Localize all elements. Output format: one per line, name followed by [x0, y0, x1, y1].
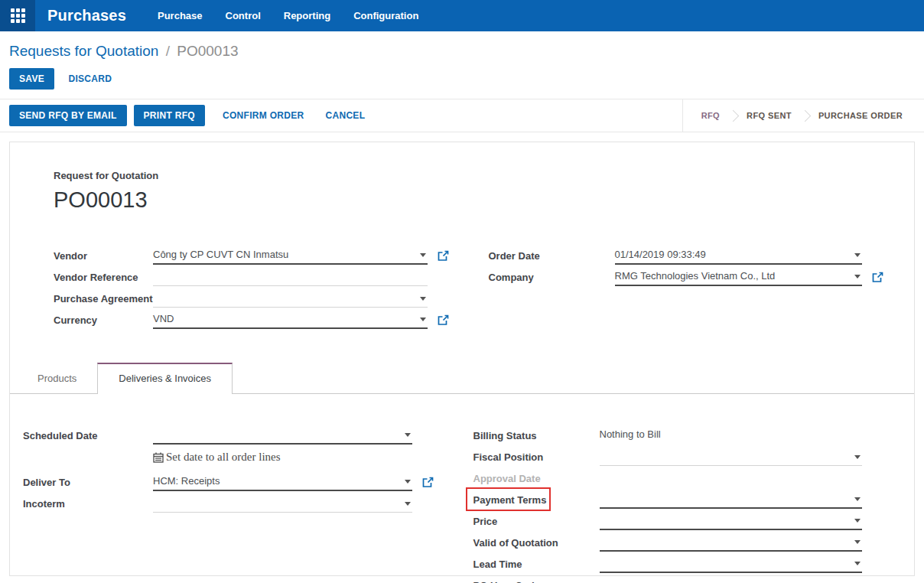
- breadcrumb-current: PO00013: [177, 43, 238, 59]
- caret-down-icon[interactable]: [420, 253, 426, 257]
- valid-of-quotation-label: Valid of Quotation: [473, 537, 600, 552]
- field-row-approval-date: Approval Date: [473, 466, 884, 487]
- company-label: Company: [489, 272, 615, 286]
- fiscal-position-input[interactable]: [600, 450, 863, 466]
- purchase-agreement-label: Purchase Agreement: [54, 293, 153, 308]
- vendor-reference-label: Vendor Reference: [54, 272, 153, 286]
- incoterm-label: Incoterm: [23, 498, 153, 513]
- deliver-to-value: HCM: Receipts: [153, 475, 220, 487]
- billing-status-label: Billing Status: [473, 430, 600, 445]
- field-row-deliver-to: Deliver To HCM: Receipts: [23, 470, 434, 491]
- payment-terms-label: Payment Terms: [473, 494, 600, 509]
- payment-terms-label-text: Payment Terms: [473, 494, 547, 506]
- status-rfq-sent[interactable]: RFQ SENT: [739, 111, 799, 120]
- field-row-billing-status: Billing Status Nothing to Bill: [473, 423, 884, 445]
- price-label: Price: [473, 516, 600, 530]
- caret-down-icon[interactable]: [854, 540, 861, 544]
- field-row-payment-terms: Payment Terms: [473, 487, 884, 509]
- tab-products[interactable]: Products: [17, 363, 97, 393]
- menu-configuration[interactable]: Configuration: [342, 10, 430, 21]
- action-bar: SEND RFQ BY EMAIL PRINT RFQ CONFIRM ORDE…: [0, 99, 924, 132]
- field-row-vendor: Vendor Công ty CP CUVT CN Inmatsu: [54, 243, 449, 265]
- payment-terms-input[interactable]: [600, 493, 863, 509]
- print-rfq-button[interactable]: PRINT RFQ: [134, 105, 205, 126]
- deliveries-invoices-panel: Scheduled Date: [10, 394, 914, 583]
- po-user-code-input[interactable]: [600, 578, 863, 583]
- menu-purchase[interactable]: Purchase: [146, 10, 214, 21]
- caret-down-icon[interactable]: [420, 318, 426, 321]
- currency-value: VND: [153, 313, 174, 324]
- status-purchase-order[interactable]: PURCHASE ORDER: [811, 111, 910, 120]
- control-panel: Requests for Quotation / PO00013 SAVE DI…: [0, 31, 924, 99]
- caret-down-icon[interactable]: [420, 297, 426, 301]
- chevron-right-icon: [799, 109, 812, 122]
- incoterm-input[interactable]: [153, 497, 412, 513]
- po-user-code-label: PO User Code: [473, 580, 600, 583]
- app-name[interactable]: Purchases: [35, 0, 146, 31]
- external-link-icon: [438, 250, 449, 262]
- company-value: RMG Technologies Vietnam Co., Ltd: [615, 270, 776, 282]
- apps-grid-icon: [11, 8, 25, 23]
- company-open-record[interactable]: [862, 272, 883, 286]
- menu-control[interactable]: Control: [214, 10, 272, 21]
- edit-actions: SAVE DISCARD: [9, 68, 915, 90]
- purchase-agreement-input[interactable]: [153, 292, 428, 308]
- status-bar: RFQ RFQ SENT PURCHASE ORDER: [682, 99, 924, 132]
- caret-down-icon[interactable]: [854, 253, 861, 257]
- breadcrumb-separator: /: [163, 43, 173, 59]
- scheduled-date-input[interactable]: [153, 428, 412, 445]
- save-button[interactable]: SAVE: [9, 68, 54, 90]
- field-row-purchase-agreement: Purchase Agreement: [54, 286, 449, 308]
- field-row-po-user-code: PO User Code: [473, 573, 884, 583]
- vendor-value: Công ty CP CUVT CN Inmatsu: [153, 249, 288, 260]
- vendor-open-record[interactable]: [428, 250, 449, 265]
- breadcrumb: Requests for Quotation / PO00013: [9, 41, 915, 61]
- caret-down-icon[interactable]: [405, 433, 411, 437]
- valid-of-quotation-input[interactable]: [600, 536, 863, 552]
- caret-down-icon[interactable]: [854, 275, 861, 278]
- menu-reporting[interactable]: Reporting: [272, 10, 342, 21]
- nav-menu: Purchase Control Reporting Configuration: [146, 0, 430, 31]
- field-row-vendor-reference: Vendor Reference: [54, 265, 449, 286]
- caret-down-icon[interactable]: [854, 455, 861, 459]
- external-link-icon: [438, 314, 449, 326]
- field-row-lead-time: Lead Time: [473, 552, 884, 573]
- field-row-valid-of-quotation: Valid of Quotation: [473, 530, 884, 552]
- caret-down-icon[interactable]: [854, 562, 861, 565]
- discard-button[interactable]: DISCARD: [57, 68, 122, 90]
- vendor-reference-input[interactable]: [153, 270, 428, 286]
- company-input[interactable]: RMG Technologies Vietnam Co., Ltd: [615, 270, 863, 286]
- tab-deliveries-invoices[interactable]: Deliveries & Invoices: [97, 363, 233, 394]
- status-rfq[interactable]: RFQ: [694, 111, 727, 120]
- sheet-subtitle: Request for Quotation: [54, 170, 883, 181]
- billing-status-value: Nothing to Bill: [600, 428, 863, 445]
- currency-open-record[interactable]: [428, 314, 449, 329]
- breadcrumb-parent[interactable]: Requests for Quotation: [9, 43, 158, 59]
- currency-input[interactable]: VND: [153, 313, 428, 329]
- set-date-link-label: Set date to all order lines: [166, 451, 281, 464]
- cancel-button[interactable]: CANCEL: [315, 105, 376, 126]
- caret-down-icon[interactable]: [854, 519, 861, 523]
- deliver-to-open-record[interactable]: [412, 477, 434, 491]
- calendar-icon: [153, 452, 164, 463]
- field-row-fiscal-position: Fiscal Position: [473, 445, 884, 466]
- deliver-to-label: Deliver To: [23, 477, 153, 491]
- price-input[interactable]: [600, 514, 863, 530]
- field-row-scheduled-date: Scheduled Date: [23, 423, 434, 445]
- vendor-input[interactable]: Công ty CP CUVT CN Inmatsu: [153, 249, 428, 265]
- approval-date-value: [600, 471, 863, 487]
- set-date-all-lines-link[interactable]: Set date to all order lines: [153, 451, 281, 464]
- caret-down-icon[interactable]: [405, 502, 411, 506]
- page-title: PO00013: [54, 187, 883, 213]
- send-rfq-by-email-button[interactable]: SEND RFQ BY EMAIL: [9, 105, 127, 126]
- caret-down-icon[interactable]: [405, 480, 411, 484]
- caret-down-icon[interactable]: [854, 497, 861, 501]
- confirm-order-button[interactable]: CONFIRM ORDER: [212, 105, 315, 126]
- apps-menu-button[interactable]: [0, 0, 35, 31]
- deliver-to-input[interactable]: HCM: Receipts: [153, 475, 412, 491]
- scheduled-date-label: Scheduled Date: [23, 430, 153, 445]
- order-date-value: 01/14/2019 09:33:49: [615, 249, 706, 260]
- top-nav: Purchases Purchase Control Reporting Con…: [0, 0, 924, 31]
- lead-time-input[interactable]: [600, 557, 863, 573]
- order-date-input[interactable]: 01/14/2019 09:33:49: [615, 249, 863, 265]
